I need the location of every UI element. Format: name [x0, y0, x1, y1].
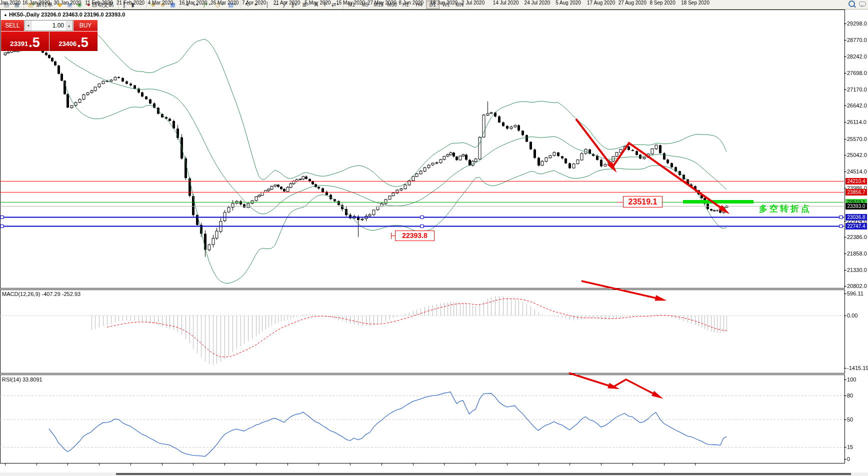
sell-price-main: 23391 — [10, 38, 28, 50]
rsi-axis-tick: 0 — [847, 456, 850, 462]
price-badge-23036.8: 23036.8 — [846, 214, 867, 220]
level-label-22393[interactable]: 22393.8 — [395, 230, 434, 241]
sell-price-frac: .5 — [28, 36, 40, 50]
date-axis-label: 7 Apr 2020 — [242, 0, 266, 6]
date-axis-label: Jan 2020 — [0, 0, 20, 6]
price-axis-tick: 27170.0 — [847, 86, 867, 92]
price-badge-24210.4: 24210.4 — [846, 178, 867, 184]
date-axis-label: 27 May 2020 — [368, 0, 396, 6]
price-axis-tick: 24514.0 — [847, 168, 867, 174]
buy-price-main: 23406 — [58, 38, 76, 50]
date-axis-label: 5 Aug 2020 — [556, 0, 581, 6]
price-badge-23393.0: 23393.0 — [846, 203, 867, 210]
chart-title-text: HK50-,Daily 23206.0 23463.0 23196.0 2339… — [9, 12, 125, 18]
rsi-axis-tick: 80 — [847, 392, 853, 398]
date-axis-label: 14 Jul 2020 — [493, 0, 519, 6]
price-badge-23856.7: 23856.7 — [846, 189, 867, 196]
date-axis-label: 26 Mar 2020 — [210, 0, 238, 6]
sell-button[interactable]: SELL — [1, 20, 24, 31]
macd-axis-tick: -1415.19 — [847, 365, 868, 371]
date-axis-label: 16 Jan 2020 — [22, 0, 50, 6]
price-axis-tick: 26114.0 — [847, 119, 866, 125]
price-axis-tick: 27698.0 — [847, 70, 867, 76]
date-axis-label: 18 Jun 2020 — [430, 0, 458, 6]
rsi-axis-tick: 50 — [847, 416, 853, 422]
date-axis-label: 2 Jul 2020 — [462, 0, 484, 6]
macd-axis-tick: 596.11 — [847, 290, 864, 296]
buy-price[interactable]: 23406 .5 — [50, 32, 98, 51]
date-axis-label: 16 Mar 2020 — [179, 0, 207, 6]
price-axis-tick: 29298.0 — [847, 20, 867, 26]
price-axis-tick: 22386.0 — [847, 234, 867, 240]
date-axis-label: 15 May 2020 — [336, 0, 365, 6]
date-axis-label: 4 Mar 2020 — [148, 0, 174, 6]
terminal-window: ▤▦▤+新订单◆▣◉●自动交易║▮~⊕⊖▦⇥↦ƒ+▾◷▾▧▾↖+│─╱∥E≣FA… — [0, 0, 868, 476]
volume-stepper: ▼ ▲ — [24, 20, 73, 31]
price-axis-tick: 28242.0 — [847, 54, 867, 60]
date-axis-label: 8 Sep 2020 — [650, 0, 676, 6]
date-axis-label: 18 Sep 2020 — [681, 0, 710, 6]
date-axis-label: 8 Jun 2020 — [399, 0, 424, 6]
chart-title: ▲ HK50-,Daily 23206.0 23463.0 23196.0 23… — [4, 12, 125, 18]
rsi-label: RSI(14) 33.8091 — [2, 376, 42, 382]
date-axis-label: 5 May 2020 — [304, 0, 330, 6]
rsi-axis-tick: 100 — [847, 376, 856, 382]
price-axis-tick: 25042.0 — [847, 152, 867, 158]
date-axis-label: 27 Aug 2020 — [618, 0, 646, 6]
date-axis-label: 21 Feb 2020 — [116, 0, 144, 6]
price-axis-tick: 21330.0 — [847, 267, 867, 273]
date-axis-label: 11 Feb 2020 — [85, 0, 112, 6]
collapse-arrow-icon[interactable]: ▲ — [4, 12, 8, 17]
date-axis-label: 30 Jan 2020 — [54, 0, 81, 6]
date-axis-label: 24 Jul 2020 — [524, 0, 550, 6]
level-label-23519[interactable]: 23519.1 — [623, 196, 662, 208]
price-axis-tick: 20802.0 — [847, 283, 867, 289]
date-axis-label: 21 Apr 2020 — [274, 0, 300, 6]
volume-decrease-button[interactable]: ▼ — [25, 20, 32, 30]
buy-button[interactable]: BUY — [73, 20, 98, 31]
macd-label: MACD(12,26,9) -407.29 -252.93 — [2, 291, 80, 297]
price-axis-tick: 26642.0 — [847, 102, 867, 108]
buy-price-frac: .5 — [77, 36, 88, 50]
rsi-axis-tick: 15 — [847, 444, 853, 450]
date-axis-label: 17 Aug 2020 — [587, 0, 615, 6]
turning-point-text[interactable]: 多空转折点 — [759, 203, 812, 214]
one-click-trading-panel: SELL ▼ ▲ BUY 23391 .5 23406 .5 — [1, 20, 98, 51]
price-axis-tick: 21858.0 — [847, 250, 867, 256]
macd-axis-tick: 0.00 — [847, 312, 858, 318]
price-badge-22747.4: 22747.4 — [846, 223, 867, 230]
volume-increase-button[interactable]: ▲ — [66, 20, 72, 30]
price-axis-tick: 28770.0 — [847, 37, 867, 43]
volume-input[interactable] — [32, 20, 66, 30]
sell-price[interactable]: 23391 .5 — [1, 32, 50, 51]
price-axis-tick: 25570.0 — [847, 136, 867, 142]
